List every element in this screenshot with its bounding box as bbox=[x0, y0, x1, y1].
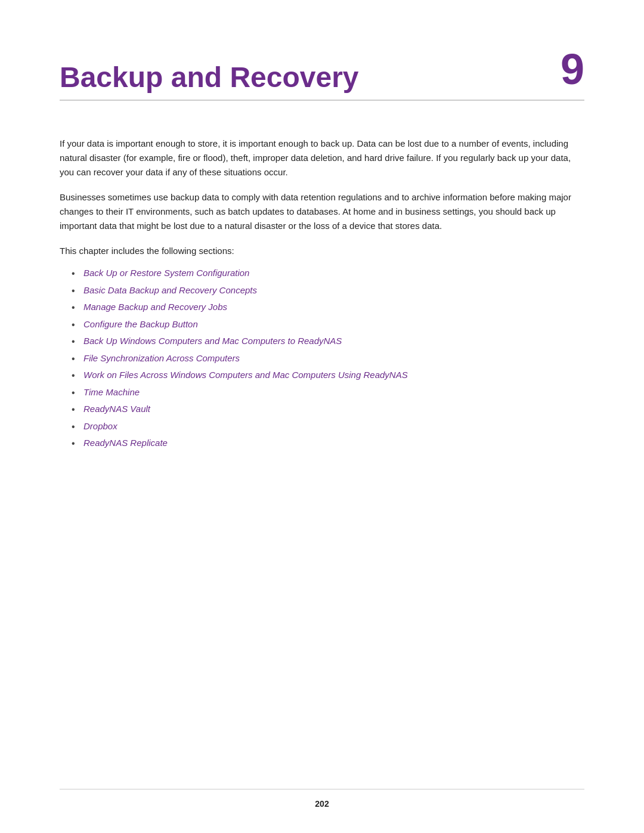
list-item-link[interactable]: Configure the Backup Button bbox=[83, 319, 198, 329]
chapter-title: Backup and Recovery bbox=[60, 62, 359, 94]
list-item[interactable]: Back Up or Restore System Configuration bbox=[72, 267, 584, 280]
paragraph-1: If your data is important enough to stor… bbox=[60, 137, 584, 179]
list-item-link[interactable]: ReadyNAS Replicate bbox=[83, 438, 168, 448]
chapter-number: 9 bbox=[561, 48, 584, 94]
list-item-link[interactable]: Back Up Windows Computers and Mac Comput… bbox=[83, 336, 342, 346]
list-item[interactable]: Manage Backup and Recovery Jobs bbox=[72, 301, 584, 314]
footer-divider bbox=[60, 789, 584, 789]
list-item[interactable]: File Synchronization Across Computers bbox=[72, 352, 584, 366]
list-item[interactable]: Dropbox bbox=[72, 420, 584, 433]
list-item[interactable]: Configure the Backup Button bbox=[72, 318, 584, 332]
list-item-link[interactable]: Manage Backup and Recovery Jobs bbox=[83, 302, 227, 312]
sections-intro: This chapter includes the following sect… bbox=[60, 244, 584, 258]
list-item-link[interactable]: Basic Data Backup and Recovery Concepts bbox=[83, 285, 257, 295]
list-item[interactable]: Work on Files Across Windows Computers a… bbox=[72, 368, 584, 382]
sections-list: Back Up or Restore System Configuration … bbox=[60, 267, 584, 450]
list-item-link[interactable]: Work on Files Across Windows Computers a… bbox=[83, 370, 408, 380]
page-footer: 202 bbox=[0, 789, 644, 809]
list-item-link[interactable]: File Synchronization Across Computers bbox=[83, 353, 240, 363]
list-item[interactable]: Basic Data Backup and Recovery Concepts bbox=[72, 284, 584, 298]
list-item-link[interactable]: Time Machine bbox=[83, 387, 140, 397]
list-item-link[interactable]: Dropbox bbox=[83, 421, 117, 431]
list-item[interactable]: ReadyNAS Replicate bbox=[72, 436, 584, 450]
page-number: 202 bbox=[315, 799, 329, 809]
list-item-link[interactable]: Back Up or Restore System Configuration bbox=[83, 268, 249, 278]
page: Backup and Recovery 9 If your data is im… bbox=[0, 0, 644, 833]
paragraph-2: Businesses sometimes use backup data to … bbox=[60, 190, 584, 233]
list-item-link[interactable]: ReadyNAS Vault bbox=[83, 404, 150, 414]
list-item[interactable]: Back Up Windows Computers and Mac Comput… bbox=[72, 335, 584, 348]
list-item[interactable]: Time Machine bbox=[72, 386, 584, 400]
chapter-header: Backup and Recovery 9 bbox=[60, 48, 584, 101]
list-item[interactable]: ReadyNAS Vault bbox=[72, 402, 584, 416]
